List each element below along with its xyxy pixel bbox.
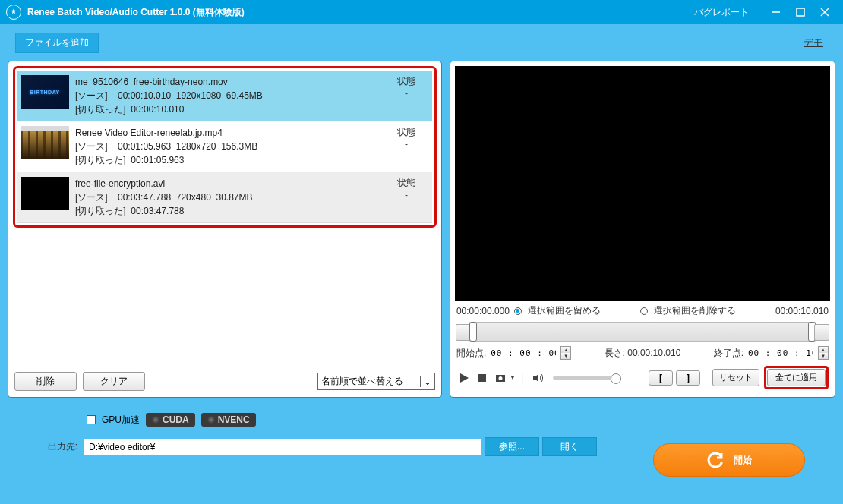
demo-link[interactable]: デモ [804,36,823,49]
sort-label: 名前順で並べ替える [321,375,403,388]
main-content: me_9510646_free-birthday-neon.mov [ソース] … [8,61,835,398]
close-button[interactable] [813,0,837,24]
file-info: Renee Video Editor-reneelab.jp.mp4 [ソース]… [75,126,384,167]
end-point-label: 終了点: [714,347,744,360]
chevron-down-icon: ⌄ [420,376,431,387]
start-label: 開始 [734,454,752,467]
file-item[interactable]: me_9510646_free-birthday-neon.mov [ソース] … [17,71,432,121]
file-status: 状態 - [384,75,429,116]
output-label: 出力先: [38,440,77,453]
volume-icon[interactable] [530,370,545,386]
file-status: 状態 - [384,177,429,218]
svg-point-6 [498,376,502,380]
gpu-row: GPU加速 CUDA NVENC [87,413,805,427]
svg-rect-4 [478,374,486,382]
apply-all-button[interactable]: 全てに適用 [767,369,826,386]
minimize-button[interactable] [764,0,788,24]
clear-button[interactable]: クリア [83,372,145,391]
timeline-info: 00:00:00.000 選択範囲を留める 選択範囲を削除する 00:00:10… [455,301,830,320]
play-button[interactable] [456,370,472,386]
bottom-bar: GPU加速 CUDA NVENC 出力先: 参照... 開く 開始 [0,405,843,504]
mark-out-button[interactable]: ] [676,370,700,386]
time-points: 開始点: ▲▼ 長さ: 00:00:10.010 終了点: ▲▼ [455,343,830,363]
file-thumbnail [21,75,69,109]
start-point-input[interactable] [489,348,557,359]
delete-button[interactable]: 削除 [14,372,77,391]
start-point-label: 開始点: [456,347,486,360]
file-name: free-file-encryption.avi [75,177,384,191]
chevron-down-icon: ▼ [510,374,516,381]
nvenc-badge: NVENC [201,413,256,427]
cuda-badge: CUDA [146,413,195,427]
window-title: Renee Batch Video/Audio Cutter 1.0.0 (無料… [27,6,245,19]
volume-slider[interactable] [553,376,621,380]
remove-range-radio[interactable] [640,307,648,315]
remove-range-label: 選択範囲を削除する [654,304,736,317]
gpu-label: GPU加速 [102,414,140,427]
range-slider[interactable] [469,322,816,342]
toolbar: ファイルを追加 デモ [0,24,843,56]
file-item[interactable]: free-file-encryption.avi [ソース] 00:03:47.… [17,172,432,223]
file-item[interactable]: Renee Video Editor-reneelab.jp.mp4 [ソース]… [17,121,432,172]
reset-button[interactable]: リセット [712,369,759,386]
apply-all-highlight: 全てに適用 [764,366,829,389]
preview-panel: 00:00:00.000 選択範囲を留める 選択範囲を削除する 00:00:10… [450,61,835,398]
file-list-highlight: me_9510646_free-birthday-neon.mov [ソース] … [13,66,437,228]
video-preview[interactable] [455,66,830,301]
keep-range-label: 選択範囲を留める [528,304,601,317]
file-buttons: 削除 クリア 名前順で並べ替える ⌄ [13,370,437,392]
mark-in-button[interactable]: [ [649,370,673,386]
slider-handle-end[interactable] [808,322,816,342]
open-button[interactable]: 開く [542,437,597,456]
file-info: me_9510646_free-birthday-neon.mov [ソース] … [75,75,384,116]
svg-rect-1 [797,8,804,16]
start-button[interactable]: 開始 [653,443,805,477]
bug-report-link[interactable]: バグレポート [694,6,749,19]
titlebar: Renee Batch Video/Audio Cutter 1.0.0 (無料… [0,0,843,24]
start-stepper[interactable]: ▲▼ [560,346,571,360]
slider-handle-start[interactable] [469,322,477,342]
sort-select[interactable]: 名前順で並べ替える ⌄ [317,373,435,390]
browse-button[interactable]: 参照... [485,437,539,456]
current-time: 00:00:00.000 [456,306,510,317]
end-point-input[interactable] [747,348,815,359]
file-name: Renee Video Editor-reneelab.jp.mp4 [75,126,384,140]
file-name: me_9510646_free-birthday-neon.mov [75,75,384,89]
file-thumbnail [21,177,69,210]
nvidia-icon [152,416,159,424]
total-time: 00:00:10.010 [775,306,829,317]
add-file-button[interactable]: ファイルを追加 [15,33,99,53]
refresh-icon [706,451,725,469]
app-logo-icon [6,5,21,20]
file-info: free-file-encryption.avi [ソース] 00:03:47.… [75,177,384,218]
playback-controls: ▼ | [ ] リセット 全てに適用 [455,363,830,392]
file-list-panel: me_9510646_free-birthday-neon.mov [ソース] … [8,61,442,398]
keep-range-radio[interactable] [514,307,522,315]
snapshot-button[interactable] [493,370,508,386]
nvidia-icon [207,416,215,424]
output-path-input[interactable] [84,439,481,455]
end-stepper[interactable]: ▲▼ [818,346,829,360]
file-status: 状態 - [384,126,429,167]
stop-button[interactable] [475,370,490,386]
maximize-button[interactable] [788,0,813,24]
file-thumbnail [21,126,69,159]
gpu-checkbox[interactable] [87,415,96,424]
